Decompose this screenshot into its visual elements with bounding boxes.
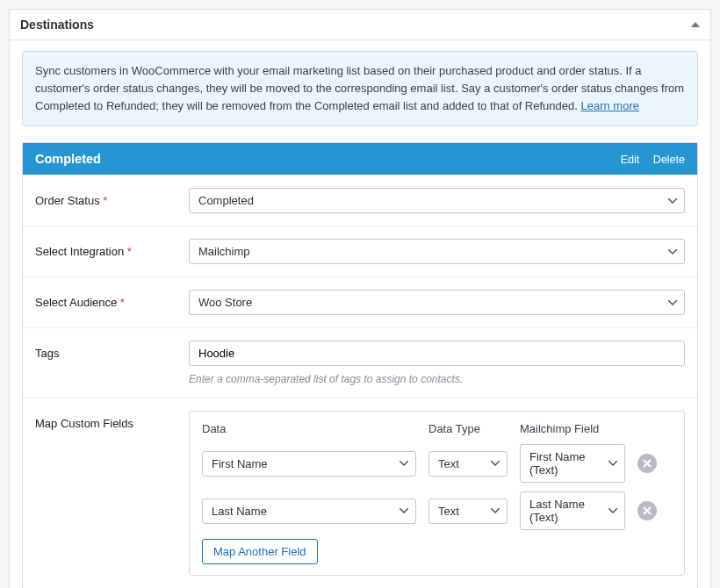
- row-order-status: Order Status * Completed: [23, 175, 697, 226]
- select-integration[interactable]: Mailchimp: [189, 239, 685, 264]
- map-mf-select[interactable]: First Name (Text): [520, 444, 625, 483]
- collapse-icon: [691, 22, 700, 27]
- map-col-type: Data Type: [428, 422, 508, 435]
- map-col-mf: Mailchimp Field: [520, 422, 625, 435]
- row-tags: Tags Enter a comma-separated list of tag…: [23, 327, 697, 398]
- panel-body: Sync customers in WooCommerce with your …: [10, 40, 710, 588]
- card-title: Completed: [35, 152, 101, 166]
- map-head: Data Data Type Mailchimp Field: [202, 422, 672, 444]
- map-data-select[interactable]: First Name: [202, 451, 416, 477]
- map-row: Last Name Text Last Name (Text): [202, 491, 672, 530]
- panel-header[interactable]: Destinations: [10, 10, 710, 40]
- row-map-custom-fields: Map Custom Fields Data Data Type Mailchi…: [23, 398, 697, 588]
- map-fields-box: Data Data Type Mailchimp Field First Nam…: [189, 411, 685, 576]
- info-box: Sync customers in WooCommerce with your …: [22, 51, 698, 126]
- required-icon: *: [127, 245, 132, 258]
- required-icon: *: [103, 194, 107, 207]
- label-map-custom-fields: Map Custom Fields: [35, 417, 133, 430]
- select-audience[interactable]: Woo Store: [189, 290, 685, 315]
- label-select-audience: Select Audience: [35, 296, 117, 309]
- panel-title: Destinations: [20, 18, 94, 32]
- delete-button[interactable]: Delete: [653, 154, 685, 166]
- row-select-audience: Select Audience * Woo Store: [23, 276, 697, 327]
- remove-row-button[interactable]: [637, 501, 657, 520]
- map-type-select[interactable]: Text: [428, 498, 508, 524]
- row-select-integration: Select Integration * Mailchimp: [23, 226, 697, 276]
- order-status-select[interactable]: Completed: [189, 188, 685, 213]
- tags-input[interactable]: [189, 341, 685, 366]
- learn-more-link[interactable]: Learn more: [580, 99, 638, 112]
- map-data-select[interactable]: Last Name: [202, 498, 416, 524]
- map-another-field-button[interactable]: Map Another Field: [202, 539, 318, 564]
- label-order-status: Order Status: [35, 194, 100, 207]
- tags-hint: Enter a comma-separated list of tags to …: [189, 373, 685, 385]
- destinations-panel: Destinations Sync customers in WooCommer…: [9, 9, 711, 588]
- map-row: First Name Text First Name (Text): [202, 444, 672, 483]
- card-header: Completed Edit Delete: [23, 143, 697, 175]
- map-type-select[interactable]: Text: [428, 451, 508, 477]
- edit-button[interactable]: Edit: [621, 154, 640, 166]
- map-col-data: Data: [202, 422, 416, 435]
- remove-row-button[interactable]: [637, 454, 657, 473]
- map-mf-select[interactable]: Last Name (Text): [520, 491, 625, 530]
- label-tags: Tags: [35, 347, 59, 360]
- close-icon: [643, 459, 652, 468]
- close-icon: [643, 506, 652, 515]
- destination-card: Completed Edit Delete Order Status * Com…: [22, 142, 698, 588]
- label-select-integration: Select Integration: [35, 245, 124, 258]
- required-icon: *: [120, 296, 125, 309]
